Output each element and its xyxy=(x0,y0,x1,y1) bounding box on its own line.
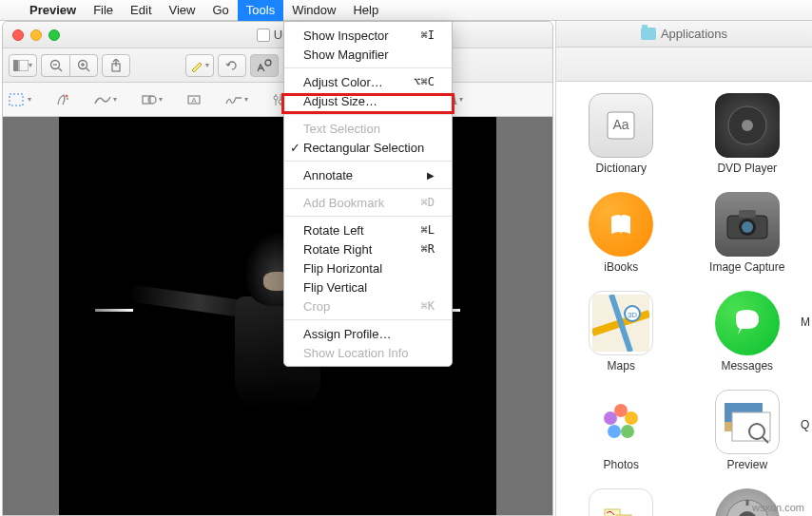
menu-view[interactable]: View xyxy=(161,0,204,21)
zoom-out-button[interactable] xyxy=(41,54,69,77)
finder-window: Applications AaDictionary DVD Player iBo… xyxy=(555,21,812,516)
menu-tools[interactable]: Tools xyxy=(238,0,283,21)
close-button[interactable] xyxy=(12,29,24,41)
svg-point-31 xyxy=(742,120,753,131)
app-ibooks[interactable]: iBooks xyxy=(569,192,673,274)
svg-text:3D: 3D xyxy=(628,311,637,319)
svg-point-35 xyxy=(742,221,753,233)
menu-edit[interactable]: Edit xyxy=(122,0,160,21)
tools-menu-dropdown: Show Inspector⌘I Show Magnifier Adjust C… xyxy=(283,21,453,367)
menu-rectangular-selection[interactable]: ✓Rectangular Selection xyxy=(284,138,452,157)
menu-go[interactable]: Go xyxy=(203,0,237,21)
applications-grid: AaDictionary DVD Player iBooks Image Cap… xyxy=(556,82,812,516)
markup-button[interactable] xyxy=(250,54,279,77)
svg-line-6 xyxy=(86,67,89,71)
instant-alpha-button[interactable] xyxy=(56,93,69,106)
finder-titlebar: Applications xyxy=(556,21,812,48)
minimize-button[interactable] xyxy=(30,29,42,41)
source-watermark: wsxdn.com xyxy=(752,502,804,513)
menu-text-selection: Text Selection xyxy=(284,119,452,138)
svg-point-11 xyxy=(265,60,271,66)
menu-show-location: Show Location Info xyxy=(284,343,452,362)
zoom-in-button[interactable] xyxy=(69,54,98,77)
submenu-arrow-icon: ▶ xyxy=(427,170,435,181)
menu-flip-vertical[interactable]: Flip Vertical xyxy=(284,277,452,296)
checkmark-icon: ✓ xyxy=(290,141,300,155)
maximize-button[interactable] xyxy=(48,29,60,41)
shapes-button[interactable]: ▾ xyxy=(142,93,163,106)
menu-rotate-left[interactable]: Rotate Left⌘L xyxy=(284,220,452,239)
svg-point-13 xyxy=(66,94,68,97)
svg-rect-12 xyxy=(10,94,23,105)
svg-rect-33 xyxy=(739,210,756,218)
menu-add-bookmark: Add Bookmark⌘D xyxy=(284,193,452,212)
svg-point-42 xyxy=(608,425,621,438)
highlight-button[interactable]: ▾ xyxy=(185,54,214,77)
share-button[interactable] xyxy=(102,54,130,77)
app-photos[interactable]: Photos xyxy=(569,390,673,471)
menu-rotate-right[interactable]: Rotate Right⌘R xyxy=(284,239,452,258)
window-titlebar: Untit xyxy=(3,22,552,48)
menu-show-magnifier[interactable]: Show Magnifier xyxy=(284,45,452,64)
svg-point-14 xyxy=(67,98,68,100)
svg-point-40 xyxy=(625,411,638,425)
menu-flip-horizontal[interactable]: Flip Horizontal xyxy=(284,258,452,277)
app-partial-1[interactable] xyxy=(569,488,673,516)
menu-adjust-size[interactable]: Adjust Size… xyxy=(284,91,452,110)
menu-annotate[interactable]: Annotate▶ xyxy=(284,165,452,184)
menu-assign-profile[interactable]: Assign Profile… xyxy=(284,324,452,343)
menu-window[interactable]: Window xyxy=(283,0,344,21)
traffic-lights xyxy=(3,29,60,41)
main-toolbar: ▾ ▾ xyxy=(3,48,552,83)
svg-point-20 xyxy=(274,96,278,100)
menu-crop: Crop⌘K xyxy=(284,296,452,315)
app-messages[interactable]: Messages xyxy=(695,291,800,373)
svg-rect-0 xyxy=(13,60,18,71)
app-dictionary[interactable]: AaDictionary xyxy=(569,93,673,175)
app-image-capture[interactable]: Image Capture xyxy=(695,192,800,274)
preview-window: Untit ▾ ▾ ▾ ▾ ▾ A ▾ ▾ ▾ A▾ xyxy=(2,21,553,516)
menu-show-inspector[interactable]: Show Inspector⌘I xyxy=(284,26,452,45)
svg-point-16 xyxy=(148,96,156,104)
app-maps[interactable]: 3DMaps xyxy=(569,291,673,373)
markup-toolbar: ▾ ▾ ▾ A ▾ ▾ ▾ A▾ xyxy=(3,83,552,117)
document-icon xyxy=(257,29,270,42)
app-label-partial-m: M xyxy=(801,315,812,329)
sketch-button[interactable]: ▾ xyxy=(94,94,117,105)
menu-adjust-color[interactable]: Adjust Color…⌥⌘C xyxy=(284,72,452,91)
text-button[interactable]: A xyxy=(187,93,201,106)
sidebar-toggle-button[interactable]: ▾ xyxy=(9,54,37,77)
finder-title: Applications xyxy=(661,27,727,41)
svg-text:A: A xyxy=(191,96,197,105)
folder-icon xyxy=(641,28,656,40)
svg-point-22 xyxy=(279,100,282,104)
menu-file[interactable]: File xyxy=(85,0,122,21)
svg-rect-1 xyxy=(19,60,29,71)
app-label-partial-q: Q xyxy=(801,418,812,431)
svg-point-41 xyxy=(621,425,634,438)
menu-help[interactable]: Help xyxy=(344,0,387,21)
svg-text:Aa: Aa xyxy=(613,117,629,132)
image-canvas xyxy=(3,117,552,515)
svg-line-3 xyxy=(58,67,62,71)
selection-tool-button[interactable]: ▾ xyxy=(9,93,31,106)
app-dvd-player[interactable]: DVD Player xyxy=(695,93,800,175)
sign-button[interactable]: ▾ xyxy=(225,94,248,105)
rotate-button[interactable] xyxy=(218,54,246,77)
app-menu[interactable]: Preview xyxy=(21,0,85,21)
svg-point-43 xyxy=(604,411,617,425)
system-menubar: Preview File Edit View Go Tools Window H… xyxy=(0,0,812,21)
app-preview[interactable]: Preview xyxy=(695,390,800,471)
finder-toolbar xyxy=(556,48,812,82)
